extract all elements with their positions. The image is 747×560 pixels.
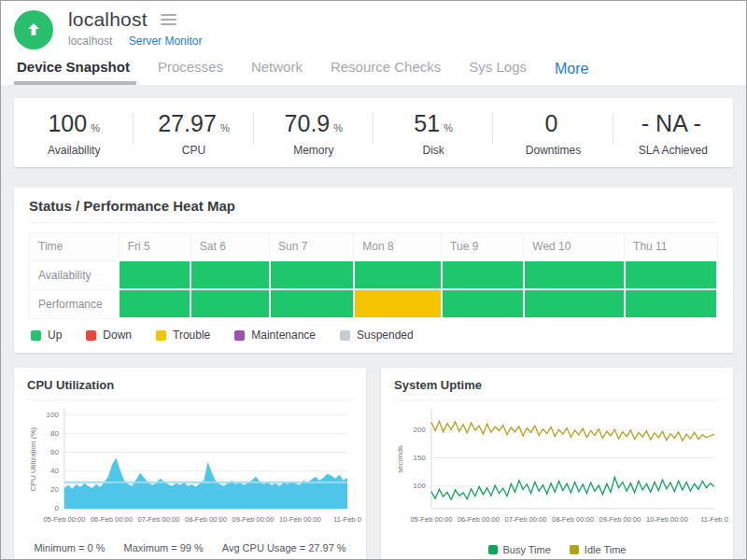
svg-text:09-Feb 00:00: 09-Feb 00:00 [599,515,641,524]
heatmap-col-mon-8: Mon 8 [354,233,442,261]
heatmap-title: Status / Performance Heat Map [29,198,718,223]
legend-label: Maintenance [251,329,316,342]
legend-label: Up [48,329,62,342]
stat-unit: % [333,122,343,133]
svg-text:100: 100 [414,482,427,490]
legend-label: Suspended [357,329,414,342]
heatmap-cell-availability-thu-11[interactable] [625,260,717,289]
heatmap-cell-availability-mon-8[interactable] [354,260,442,289]
svg-text:07-Feb 00:00: 07-Feb 00:00 [504,515,546,524]
svg-text:07-Feb 00:00: 07-Feb 00:00 [137,515,179,524]
stat-label: Disk [374,144,493,157]
stat-disk: 51%Disk [374,110,493,157]
heatmap-cell-performance-mon-8[interactable] [354,289,442,318]
svg-text:CPU Utilization (%): CPU Utilization (%) [29,427,37,492]
charts-row: CPU Utilization 020406080100CPU Utilizat… [14,368,733,560]
heatmap-cell-availability-sun-7[interactable] [270,260,354,289]
heatmap-cell-performance-fri-5[interactable] [119,289,190,318]
heatmap-cell-performance-sun-7[interactable] [270,289,354,318]
suspended-swatch-icon [340,330,350,341]
stat-availability: 100%Availability [14,110,134,157]
svg-text:06-Feb 00:00: 06-Feb 00:00 [91,515,133,524]
breadcrumb-device: localhost [68,35,112,48]
heatmap-cell-availability-tue-9[interactable] [442,260,524,289]
stat-value: 100 [48,110,87,136]
system-uptime-chart: 100150200seconds05-Feb 00:0006-Feb 00:00… [394,402,720,542]
heatmap-cell-performance-thu-11[interactable] [625,289,717,318]
svg-text:11-Feb 0: 11-Feb 0 [333,515,361,524]
heatmap-col-sat-6: Sat 6 [190,233,269,261]
stat-label: SLA Achieved [613,144,733,157]
stat-value: 70.9 [285,110,331,136]
heatmap-col-time: Time [30,233,120,261]
page-title: localhost [68,8,148,31]
legend-item-down: Down [86,329,132,342]
svg-text:60: 60 [50,448,59,456]
legend-label: Trouble [173,329,210,342]
heatmap-table: TimeFri 5Sat 6Sun 7Mon 8Tue 9Wed 10Thu 1… [29,232,718,319]
tab-network[interactable]: Network [251,59,303,85]
heatmap-cell-performance-sat-6[interactable] [190,289,269,318]
tab-sys-logs[interactable]: Sys Logs [469,59,527,85]
legend-label: Idle Time [585,544,627,555]
heatmap-row-performance: Performance [30,289,718,318]
tab-resource-checks[interactable]: Resource Checks [331,59,441,85]
heatmap-card: Status / Performance Heat Map TimeFri 5S… [14,188,733,353]
heatmap-row-label: Performance [30,289,120,318]
stat-memory: 70.9%Memory [254,110,374,157]
stat-sla-achieved: - NA -SLA Achieved [613,110,733,157]
svg-text:05-Feb 00:00: 05-Feb 00:00 [43,515,85,524]
page-header: localhost localhost Server Monitor Devic… [1,1,746,85]
heatmap-col-tue-9: Tue 9 [442,233,524,261]
breadcrumb-category-link[interactable]: Server Monitor [129,35,203,48]
uptime-chart-title: System Uptime [394,378,720,400]
svg-text:80: 80 [50,429,59,438]
heatmap-cell-performance-tue-9[interactable] [442,289,524,318]
svg-text:40: 40 [50,467,59,475]
heatmap-cell-availability-wed-10[interactable] [524,260,625,289]
cpu-summary: Minimum = 0 % Maximum = 99 % Avg CPU Usa… [27,542,353,553]
idle-time-swatch-icon [570,545,579,554]
cpu-utilization-card: CPU Utilization 020406080100CPU Utilizat… [14,368,366,560]
stat-value: 51 [414,110,440,136]
heatmap-cell-availability-fri-5[interactable] [119,260,190,289]
heatmap-col-sun-7: Sun 7 [270,233,354,261]
maintenance-swatch-icon [234,330,245,341]
cpu-utilization-chart: 020406080100CPU Utilization (%)05-Feb 00… [27,402,353,542]
uptime-legend: Busy TimeIdle Time [394,544,720,555]
monitor-status-avatar [14,10,53,49]
svg-text:05-Feb 00:00: 05-Feb 00:00 [410,515,452,524]
stat-label: CPU [134,144,253,157]
breadcrumb: localhost Server Monitor [68,35,746,48]
trouble-swatch-icon [156,330,166,341]
tab-bar: Device SnapshotProcessesNetworkResource … [1,59,746,85]
legend-label: Busy Time [503,544,551,555]
tab-more[interactable]: More [555,61,588,85]
heatmap-cell-availability-sat-6[interactable] [190,260,269,289]
up-swatch-icon [31,330,41,341]
svg-text:10-Feb 00:00: 10-Feb 00:00 [279,515,321,524]
stat-unit: % [91,122,100,133]
cpu-maximum-label: Maximum = 99 % [124,542,204,553]
svg-text:0: 0 [54,504,59,512]
tab-device-snapshot[interactable]: Device Snapshot [17,59,130,85]
legend-item-maintenance: Maintenance [234,329,316,342]
svg-text:10-Feb 00:00: 10-Feb 00:00 [646,515,688,524]
legend-label: Down [103,329,132,342]
busy-time-swatch-icon [488,545,498,554]
stat-label: Availability [14,144,134,157]
svg-text:200: 200 [414,426,427,434]
cpu-average-label: Avg CPU Usage = 27.97 % [222,542,346,553]
heatmap-header-row: TimeFri 5Sat 6Sun 7Mon 8Tue 9Wed 10Thu 1… [30,233,718,261]
legend-item-suspended: Suspended [340,329,414,342]
heatmap-row-availability: Availability [30,260,718,289]
heatmap-col-thu-11: Thu 11 [625,233,717,261]
heatmap-col-fri-5: Fri 5 [119,233,190,261]
heatmap-row-label: Availability [30,260,120,289]
stat-downtimes: 0Downtimes [493,110,613,157]
tab-processes[interactable]: Processes [158,59,223,85]
svg-text:11-Feb 0: 11-Feb 0 [700,515,728,524]
svg-text:08-Feb 00:00: 08-Feb 00:00 [185,515,227,524]
hamburger-menu-icon[interactable] [161,14,176,25]
heatmap-cell-performance-wed-10[interactable] [524,289,625,318]
